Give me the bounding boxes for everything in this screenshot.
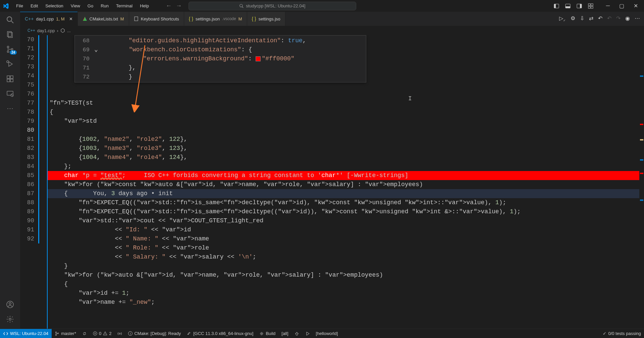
activity-account[interactable] — [6, 300, 14, 308]
editor-content[interactable]: 7071727374757677787980818283848586878889… — [20, 35, 644, 329]
menu-run[interactable]: Run — [97, 2, 112, 10]
svg-rect-23 — [10, 76, 13, 78]
status-run-target[interactable]: [helloworld] — [313, 329, 341, 338]
activity-search[interactable] — [6, 16, 14, 24]
svg-rect-5 — [566, 6, 570, 8]
menu-go[interactable]: Go — [84, 2, 97, 10]
status-run[interactable] — [302, 329, 313, 338]
build-label: Build — [266, 331, 275, 336]
status-build-target[interactable]: [all] — [278, 329, 291, 338]
menu-edit[interactable]: Edit — [27, 2, 41, 10]
svg-marker-30 — [83, 17, 87, 21]
status-remote[interactable]: WSL: Ubuntu-22.04 — [0, 329, 52, 338]
cpp-icon: C++ — [28, 28, 35, 33]
status-tests[interactable]: ✓ 0/0 tests passing — [600, 329, 644, 338]
svg-rect-20 — [7, 76, 10, 78]
layout-sidebar-right-icon[interactable] — [577, 3, 582, 9]
tab-settings2[interactable]: { } settings.jso — [247, 12, 285, 26]
editor-actions: ▷✓ ⚙ ⇩ ⇄ ↶ ↶ ↷ ◉ ⋯ — [559, 15, 644, 22]
status-problems[interactable]: 0 2 — [90, 329, 114, 338]
svg-point-44 — [119, 333, 120, 334]
code-area[interactable]: 68 "editor.guides.highlightActiveIndenta… — [48, 35, 644, 329]
svg-rect-11 — [591, 6, 593, 8]
gear-icon[interactable]: ⚙ — [571, 15, 575, 22]
layout-sidebar-left-icon[interactable] — [554, 3, 559, 9]
breadcrumb[interactable]: C++ day1.cpp › ... — [20, 26, 644, 35]
customize-layout-icon[interactable] — [588, 3, 593, 9]
status-branch[interactable]: master* — [52, 329, 79, 338]
tab-settings-vscode[interactable]: { } settings.json .vscode M — [184, 12, 247, 26]
revert-icon[interactable]: ↶ — [598, 15, 602, 22]
tab-label: Keyboard Shortcuts — [141, 16, 179, 21]
menu-help[interactable]: Help — [137, 2, 152, 10]
svg-point-37 — [56, 334, 57, 335]
more-actions-icon[interactable]: ⋯ — [635, 15, 640, 22]
svg-point-28 — [9, 302, 11, 304]
branch-label: master* — [61, 331, 76, 336]
compare-icon[interactable]: ⇄ — [589, 15, 593, 22]
text-cursor-icon: I — [408, 94, 412, 103]
tests-label: 0/0 tests passing — [608, 331, 641, 336]
line-numbers: 7071727374757677787980818283848586878889… — [20, 35, 38, 329]
nav-prev-icon[interactable]: ↶ — [607, 15, 611, 22]
status-sync[interactable] — [79, 329, 90, 338]
layout-panel-icon[interactable] — [565, 3, 571, 9]
svg-rect-7 — [580, 4, 582, 8]
status-cmake[interactable]: i CMake: [Debug]: Ready — [125, 329, 184, 338]
activity-remote[interactable] — [6, 90, 14, 98]
breadcrumb-file: day1.cpp — [37, 28, 55, 33]
tab-label: CMakeLists.txt — [90, 16, 118, 21]
svg-point-0 — [240, 4, 243, 7]
status-build[interactable]: Build — [256, 329, 278, 338]
warning-count: 2 — [109, 331, 111, 336]
svg-point-29 — [9, 318, 11, 320]
tab-cmake[interactable]: CMakeLists.txt M — [78, 12, 129, 26]
main-area: 24 ⋯ C++ day1.cpp 1, M ✕ CMakeLists.txt … — [0, 12, 644, 329]
menu-selection[interactable]: Selection — [42, 2, 66, 10]
svg-line-1 — [242, 6, 244, 8]
download-icon[interactable]: ⇩ — [580, 15, 584, 22]
activity-bar: 24 ⋯ — [0, 12, 20, 329]
minimize-icon[interactable]: ─ — [606, 3, 610, 9]
nav-back-icon[interactable]: ← — [166, 2, 172, 9]
kit-label: [GCC 11.3.0 x86_64-linux-gnu] — [193, 331, 253, 336]
svg-rect-21 — [7, 79, 10, 82]
tab-modifier: M — [120, 16, 124, 21]
overview-ruler[interactable] — [639, 35, 644, 329]
activity-extensions[interactable] — [6, 75, 14, 83]
title-right-controls: ─ ▢ ✕ — [554, 3, 641, 9]
nav-forward-icon[interactable]: → — [176, 2, 182, 9]
run-icon[interactable]: ▷✓ — [559, 15, 566, 22]
menu-file[interactable]: File — [13, 2, 26, 10]
status-kit[interactable]: [GCC 11.3.0 x86_64-linux-gnu] — [184, 329, 256, 338]
status-debug[interactable] — [291, 329, 302, 338]
svg-rect-8 — [588, 4, 590, 6]
svg-point-17 — [7, 51, 9, 53]
svg-point-45 — [261, 333, 262, 334]
command-center[interactable]: studycpp [WSL: Ubuntu-22.04] — [189, 2, 356, 10]
gutter — [38, 35, 48, 329]
nav-next-icon[interactable]: ↷ — [616, 15, 621, 22]
tab-label: settings.jso — [259, 16, 280, 21]
tab-day1[interactable]: C++ day1.cpp 1, M ✕ — [20, 12, 78, 26]
menu-view[interactable]: View — [67, 2, 84, 10]
menu-terminal[interactable]: Terminal — [113, 2, 136, 10]
activity-explorer[interactable] — [6, 31, 14, 39]
tab-shortcuts[interactable]: Keyboard Shortcuts — [129, 12, 184, 26]
close-icon[interactable]: ✕ — [634, 3, 638, 9]
status-radio[interactable] — [114, 329, 125, 338]
run-target-label: [helloworld] — [316, 331, 338, 336]
activity-source-control[interactable]: 24 — [6, 45, 14, 53]
svg-point-18 — [11, 49, 13, 50]
svg-point-19 — [7, 61, 9, 63]
activity-settings[interactable] — [6, 315, 14, 323]
menu-bar: File Edit Selection View Go Run Terminal… — [13, 2, 152, 10]
activity-debug[interactable] — [6, 60, 14, 68]
svg-rect-9 — [591, 4, 593, 6]
status-bar: WSL: Ubuntu-22.04 master* 0 2 i CMake: [… — [0, 329, 644, 338]
tab-close-icon[interactable]: ✕ — [69, 16, 73, 21]
tab-modifier: M — [238, 16, 242, 21]
watch-icon[interactable]: ◉ — [625, 15, 630, 22]
maximize-icon[interactable]: ▢ — [619, 3, 624, 9]
activity-more[interactable]: ⋯ — [7, 104, 13, 112]
